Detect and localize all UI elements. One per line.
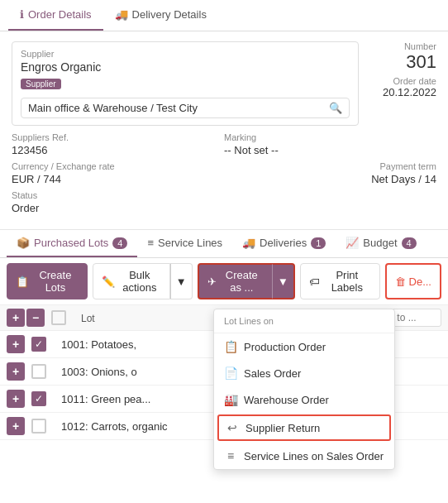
print-labels-label: Print Labels bbox=[323, 269, 371, 294]
row-4-checkbox-cell: ✓ bbox=[31, 391, 56, 406]
status-value: Order bbox=[12, 202, 436, 214]
table-dropdown-overlay: + − Lot + ✓ 1001: Potatoes, + bbox=[0, 305, 448, 440]
tab-budget[interactable]: 📈 Budget 4 bbox=[336, 230, 426, 257]
service-lines-sales-icon: ≡ bbox=[224, 449, 237, 462]
main-content: Supplier Engros Organic Supplier 🔍 Numbe… bbox=[0, 31, 448, 221]
bulk-actions-dropdown-button[interactable]: ▼ bbox=[170, 263, 193, 299]
row-2-checkbox-cell: ✓ bbox=[31, 337, 56, 352]
top-tabs-container: ℹ Order Details 🚚 Delivery Details bbox=[0, 0, 448, 31]
create-as-dropdown-button[interactable]: ▼ bbox=[272, 263, 295, 299]
budget-badge: 4 bbox=[402, 237, 417, 249]
delete-icon: 🗑 bbox=[395, 275, 406, 288]
create-as-group: ✈ Create as ... ▼ bbox=[198, 263, 295, 299]
bulk-actions-icon: ✏️ bbox=[102, 275, 115, 288]
header-checkbox-cell bbox=[51, 310, 76, 325]
search-icon: 🔍 bbox=[329, 102, 342, 114]
suppliers-ref-label: Suppliers Ref. bbox=[12, 132, 224, 142]
supplier-name: Engros Organic bbox=[21, 60, 350, 74]
row-add-lot-button[interactable]: + bbox=[7, 390, 25, 408]
tab-service-lines[interactable]: ≡ Service Lines bbox=[137, 230, 232, 257]
supplier-box: Supplier Engros Organic Supplier 🔍 bbox=[12, 41, 359, 126]
ref-marking-row: Suppliers Ref. 123456 Marking -- Not set… bbox=[12, 132, 436, 156]
row-remove-button[interactable]: − bbox=[26, 309, 45, 327]
tab-service-lines-label: Service Lines bbox=[158, 237, 222, 249]
create-lots-button[interactable]: 📋 Create Lots bbox=[7, 263, 88, 299]
bulk-actions-button[interactable]: ✏️ Bulk actions bbox=[93, 263, 170, 299]
marking-group: Marking -- Not set -- bbox=[224, 132, 436, 156]
row-5-checkbox-cell bbox=[31, 419, 56, 434]
order-date-value: 20.12.2022 bbox=[370, 86, 436, 98]
delivery-details-icon: 🚚 bbox=[115, 8, 128, 21]
dropdown-item-production-order-label: Production Order bbox=[244, 341, 326, 353]
checkmark-icon: ✓ bbox=[35, 394, 43, 404]
status-label: Status bbox=[12, 190, 436, 200]
dropdown-item-service-lines-sales-label: Service Lines on Sales Order bbox=[244, 450, 384, 462]
currency-group: Currency / Exchange rate EUR / 744 bbox=[12, 161, 224, 185]
create-as-button[interactable]: ✈ Create as ... bbox=[198, 263, 272, 299]
supplier-label: Supplier bbox=[21, 49, 350, 59]
select-all-checkbox[interactable] bbox=[51, 310, 66, 325]
delete-button[interactable]: 🗑 De... bbox=[385, 263, 441, 299]
supplier-badge: Supplier bbox=[21, 79, 61, 89]
row-3-checkbox[interactable] bbox=[31, 364, 46, 379]
currency-label: Currency / Exchange rate bbox=[12, 161, 224, 171]
tab-delivery-details[interactable]: 🚚 Delivery Details bbox=[103, 0, 218, 31]
dropdown-header: Lot Lines on bbox=[214, 309, 394, 333]
dropdown-item-warehouse-order[interactable]: 🏭 Warehouse Order bbox=[214, 386, 394, 413]
supplier-return-icon: ↩ bbox=[226, 421, 239, 434]
bulk-actions-chevron-icon: ▼ bbox=[176, 275, 187, 288]
create-lots-icon: 📋 bbox=[16, 275, 29, 288]
location-input[interactable] bbox=[28, 102, 329, 114]
dropdown-item-sales-order[interactable]: 📄 Sales Order bbox=[214, 360, 394, 386]
tab-purchased-lots-label: Purchased Lots bbox=[34, 237, 108, 249]
suppliers-ref-group: Suppliers Ref. 123456 bbox=[12, 132, 224, 156]
tab-deliveries-label: Deliveries bbox=[260, 237, 307, 249]
dropdown-item-production-order[interactable]: 📋 Production Order bbox=[214, 333, 394, 360]
dropdown-item-warehouse-order-label: Warehouse Order bbox=[244, 394, 329, 406]
number-label: Number bbox=[370, 41, 436, 51]
row-add-lot-button[interactable]: + bbox=[7, 335, 25, 353]
dropdown-item-supplier-return[interactable]: ↩ Supplier Return bbox=[217, 414, 391, 441]
supplier-number-row: Supplier Engros Organic Supplier 🔍 Numbe… bbox=[12, 41, 436, 126]
create-as-chevron-icon: ▼ bbox=[278, 275, 288, 288]
lot-header-label: Lot bbox=[81, 313, 95, 324]
location-search-box[interactable]: 🔍 bbox=[21, 98, 350, 118]
tab-deliveries[interactable]: 🚚 Deliveries 1 bbox=[232, 230, 336, 257]
dropdown-item-supplier-return-label: Supplier Return bbox=[245, 422, 320, 434]
status-section: Status Order bbox=[12, 190, 436, 214]
deliveries-badge: 1 bbox=[311, 237, 326, 249]
tab-delivery-details-label: Delivery Details bbox=[132, 8, 207, 21]
row-5-checkbox[interactable] bbox=[31, 419, 46, 434]
row-4-checkbox[interactable]: ✓ bbox=[31, 391, 46, 406]
print-labels-icon: 🏷 bbox=[309, 275, 320, 288]
bulk-actions-group: ✏️ Bulk actions ▼ bbox=[93, 263, 193, 299]
order-date-label: Order date bbox=[370, 76, 436, 86]
payment-group: Payment term Net Days / 14 bbox=[224, 161, 436, 185]
create-as-label: Create as ... bbox=[220, 269, 264, 294]
warehouse-order-icon: 🏭 bbox=[224, 393, 237, 406]
marking-label: Marking bbox=[224, 132, 436, 142]
bulk-actions-label: Bulk actions bbox=[118, 269, 161, 294]
create-lots-label: Create Lots bbox=[32, 269, 79, 294]
production-order-icon: 📋 bbox=[224, 340, 237, 353]
purchased-lots-badge: 4 bbox=[112, 237, 127, 249]
dropdown-item-service-lines-sales[interactable]: ≡ Service Lines on Sales Order bbox=[214, 443, 394, 469]
print-labels-button[interactable]: 🏷 Print Labels bbox=[300, 263, 380, 299]
payment-term-label: Payment term bbox=[224, 161, 436, 171]
dropdown-item-sales-order-label: Sales Order bbox=[244, 367, 301, 380]
tab-order-details[interactable]: ℹ Order Details bbox=[8, 0, 103, 31]
row-3-checkbox-cell bbox=[31, 364, 56, 379]
budget-icon: 📈 bbox=[346, 237, 359, 249]
order-details-icon: ℹ bbox=[20, 8, 24, 21]
row-add-lot-button[interactable]: + bbox=[7, 417, 25, 435]
row-add-button[interactable]: + bbox=[7, 309, 25, 327]
delete-label: De... bbox=[409, 275, 431, 288]
tab-purchased-lots[interactable]: 📦 Purchased Lots 4 bbox=[7, 230, 137, 257]
plus-minus-controls: + − bbox=[7, 309, 45, 327]
tab-budget-label: Budget bbox=[363, 237, 397, 249]
purchased-lots-icon: 📦 bbox=[17, 237, 30, 249]
row-2-checkbox[interactable]: ✓ bbox=[31, 337, 46, 352]
row-add-lot-button[interactable]: + bbox=[7, 362, 25, 381]
create-as-icon: ✈ bbox=[207, 275, 217, 288]
payment-term-value: Net Days / 14 bbox=[224, 173, 436, 185]
